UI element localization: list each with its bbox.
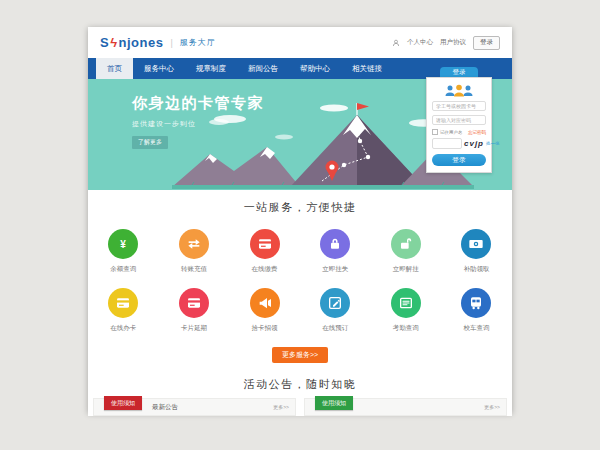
personal-center-link[interactable]: 个人中心 [407,38,433,47]
service-label: 余额查询 [88,265,159,274]
hero-subtitle: 提供建设一步到位 [132,119,264,129]
service-label: 在线办卡 [88,324,159,333]
services-title: 一站服务，方便快捷 [88,200,512,215]
more-link[interactable]: 更多>> [273,404,289,410]
nav-item[interactable]: 规章制度 [185,58,237,79]
captcha-refresh-link[interactable]: 换一张 [486,141,500,146]
nav-item[interactable]: 服务中心 [133,58,185,79]
announcements-title: 活动公告，随时知晓 [88,377,512,392]
page-container: Sϟnjones | 服务大厅 个人中心 用户协议 登录 首页服务中心规章制度新… [88,27,512,413]
announcements-bar: 使用须知 最新公告 更多>> 使用须知 更多>> [93,398,507,416]
service-item[interactable]: 卡片延期 [159,280,230,339]
nav-item[interactable]: 首页 [96,58,133,79]
card-icon [250,229,280,259]
usage-notice-tab[interactable]: 使用须知 [104,396,142,410]
users-group-icon [443,84,475,97]
user-icon [392,39,400,47]
transfer-icon [179,229,209,259]
user-agreement-link[interactable]: 用户协议 [440,38,466,47]
login-tab[interactable]: 登录 [440,67,478,77]
service-item[interactable]: 补助领取 [441,221,512,280]
unlock-icon [391,229,421,259]
service-item[interactable]: ¥余额查询 [88,221,159,280]
nav-item[interactable]: 新闻公告 [237,58,289,79]
logo-text: S [100,35,109,50]
service-item[interactable]: 立即解挂 [371,221,442,280]
bus-icon [461,288,491,318]
service-item[interactable]: 在线缴费 [229,221,300,280]
svg-text:¥: ¥ [121,239,127,250]
service-label: 转账充值 [159,265,230,274]
more-services-button[interactable]: 更多服务>> [272,347,328,363]
latest-announcements-tab[interactable]: 最新公告 [152,403,178,412]
edit-icon [320,288,350,318]
services-section: 一站服务，方便快捷 ¥余额查询转账充值在线缴费立即挂失立即解挂补助领取在线办卡卡… [88,190,512,363]
announcements-section: 活动公告，随时知晓 使用须知 最新公告 更多>> 使用须知 更多>> [88,377,512,416]
forgot-password-link[interactable]: 忘记密码 [468,130,486,135]
more-link[interactable]: 更多>> [484,404,500,410]
nav-item[interactable]: 相关链接 [341,58,393,79]
service-label: 立即解挂 [371,265,442,274]
lightning-bolt-icon: ϟ [110,35,117,50]
login-form: 记住用户名 忘记密码 cvjp 换一张 登录 [426,77,492,173]
service-label: 卡片延期 [159,324,230,333]
megaphone-icon [250,288,280,318]
service-label: 考勤查询 [371,324,442,333]
service-item[interactable]: 拾卡招领 [229,280,300,339]
service-item[interactable]: 立即挂失 [300,221,371,280]
list-icon [391,288,421,318]
login-panel: 登录 记住用户名 忘记密码 cvjp 换一张 登录 [426,67,492,173]
service-item[interactable]: 在线办卡 [88,280,159,339]
lock-icon [320,229,350,259]
service-item[interactable]: 校车查询 [441,280,512,339]
nav-item[interactable]: 帮助中心 [289,58,341,79]
announcement-column-right: 使用须知 更多>> [304,398,507,416]
captcha-input[interactable] [432,138,462,149]
service-item[interactable]: 转账充值 [159,221,230,280]
site-name: 服务大厅 [180,37,216,48]
service-label: 立即挂失 [300,265,371,274]
captcha-row: cvjp 换一张 [432,138,486,149]
service-label: 校车查询 [441,324,512,333]
card-icon [108,288,138,318]
service-item[interactable]: 在线预订 [300,280,371,339]
hero-text: 你身边的卡管专家 提供建设一步到位 了解更多 [132,94,264,149]
header-right: 个人中心 用户协议 登录 [392,36,500,50]
header-login-button[interactable]: 登录 [473,36,500,50]
service-item[interactable]: 考勤查询 [371,280,442,339]
service-label: 补助领取 [441,265,512,274]
remember-checkbox[interactable] [432,129,438,135]
header-divider: | [170,38,172,48]
login-submit-button[interactable]: 登录 [432,154,486,166]
service-label: 在线缴费 [229,265,300,274]
card-icon [179,288,209,318]
banknote-icon [461,229,491,259]
synjones-logo: Sϟnjones [100,35,163,50]
service-label: 拾卡招领 [229,324,300,333]
remember-row: 记住用户名 忘记密码 [432,129,486,135]
hero-title: 你身边的卡管专家 [132,94,264,113]
hero-more-button[interactable]: 了解更多 [132,136,168,149]
announcement-column-left: 使用须知 最新公告 更多>> [93,398,296,416]
usage-notice-tab[interactable]: 使用须知 [315,396,353,410]
captcha-image: cvjp [464,139,484,148]
header: Sϟnjones | 服务大厅 个人中心 用户协议 登录 [88,27,512,58]
services-grid: ¥余额查询转账充值在线缴费立即挂失立即解挂补助领取在线办卡卡片延期拾卡招领在线预… [88,221,512,339]
service-label: 在线预订 [300,324,371,333]
remember-label: 记住用户名 [440,130,463,135]
username-input[interactable] [432,101,486,111]
password-input[interactable] [432,115,486,125]
yuan-icon: ¥ [108,229,138,259]
logo-text: njones [119,35,164,50]
